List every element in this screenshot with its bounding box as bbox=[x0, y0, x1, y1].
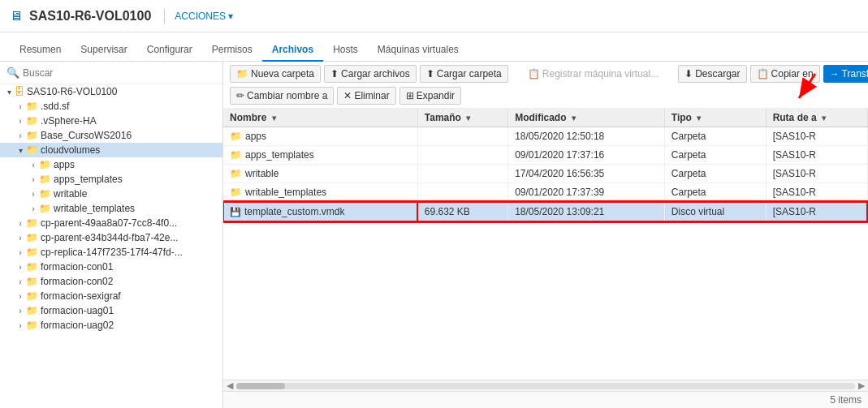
actions-menu[interactable]: ACCIONES ▾ bbox=[175, 11, 233, 22]
toolbar: 📁 Nueva carpeta ⬆ Cargar archivos ⬆ Carg… bbox=[223, 62, 868, 109]
file-type: Carpeta bbox=[664, 146, 766, 165]
rename-button[interactable]: ✏ Cambiar nombre a bbox=[230, 87, 334, 105]
tree-toggle[interactable]: › bbox=[15, 219, 26, 228]
tree-toggle[interactable]: › bbox=[28, 161, 39, 170]
table-row[interactable]: 📁writable_templates 09/01/2020 17:37:39 … bbox=[223, 183, 867, 203]
upload-files-button[interactable]: ⬆ Cargar archivos bbox=[324, 65, 417, 83]
tree-item-root[interactable]: ▾ 🗄 SAS10-R6-VOL0100 bbox=[0, 84, 222, 99]
tree-item-writable-templates[interactable]: › 📁 writable_templates bbox=[0, 201, 222, 216]
folder-icon: 📁 bbox=[26, 261, 38, 273]
download-button[interactable]: ⬇ Descargar bbox=[678, 65, 746, 83]
expand-button[interactable]: ⊞ Expandir bbox=[399, 87, 461, 105]
tree-item-cp3[interactable]: › 📁 cp-replica-147f7235-17f4-47fd-... bbox=[0, 245, 222, 260]
transfer-icon: → bbox=[830, 68, 840, 79]
file-path: [SAS10-R bbox=[766, 165, 867, 183]
file-name: 💾template_custom.vmdk bbox=[223, 202, 417, 221]
folder-icon: 📁 bbox=[26, 247, 38, 258]
table-header-row: Nombre ▾ Tamaño ▾ Modificado ▾ Tipo ▾ Ru… bbox=[223, 109, 867, 127]
col-tamano[interactable]: Tamaño ▾ bbox=[417, 109, 507, 127]
tree-toggle[interactable]: › bbox=[15, 307, 26, 316]
tree-toggle[interactable]: › bbox=[15, 321, 26, 330]
col-nombre[interactable]: Nombre ▾ bbox=[223, 109, 417, 127]
tree-toggle[interactable]: › bbox=[15, 248, 26, 257]
tree-toggle[interactable]: › bbox=[15, 292, 26, 301]
tab-supervisar[interactable]: Supervisar bbox=[71, 39, 136, 62]
transfer-to-button[interactable]: → Transferir a bbox=[823, 65, 868, 83]
tree-toggle[interactable]: › bbox=[28, 175, 39, 184]
tree-toggle-root[interactable]: ▾ bbox=[3, 88, 15, 97]
tree-toggle[interactable]: › bbox=[15, 102, 26, 111]
file-size bbox=[417, 165, 507, 183]
tree-toggle[interactable]: › bbox=[15, 234, 26, 243]
file-tree-sidebar: 🔍 ▾ 🗄 SAS10-R6-VOL0100 › 📁 .sdd.sf › 📁 .… bbox=[0, 62, 223, 408]
tree-label: apps_templates bbox=[54, 174, 123, 185]
tree-toggle[interactable]: › bbox=[15, 117, 26, 126]
tree-item-formacion-sexigraf[interactable]: › 📁 formacion-sexigraf bbox=[0, 289, 222, 303]
file-type: Carpeta bbox=[664, 127, 766, 146]
scroll-left-arrow[interactable]: ◀ bbox=[227, 380, 233, 391]
copy-icon: 📋 bbox=[757, 68, 769, 79]
col-modificado[interactable]: Modificado ▾ bbox=[508, 109, 665, 127]
scrollbar-track[interactable] bbox=[236, 383, 855, 389]
scrollbar-thumb[interactable] bbox=[236, 383, 285, 389]
tree-item-formacion-uag01[interactable]: › 📁 formacion-uag01 bbox=[0, 303, 222, 318]
file-table: Nombre ▾ Tamaño ▾ Modificado ▾ Tipo ▾ Ru… bbox=[223, 109, 868, 222]
tab-hosts[interactable]: Hosts bbox=[323, 39, 368, 62]
tree-item-writable[interactable]: › 📁 writable bbox=[0, 187, 222, 201]
new-folder-button[interactable]: 📁 Nueva carpeta bbox=[230, 65, 321, 83]
folder-icon: 📁 bbox=[39, 159, 51, 170]
tab-maquinas-virtuales[interactable]: Máquinas virtuales bbox=[368, 39, 469, 62]
tree-item-apps[interactable]: › 📁 apps bbox=[0, 157, 222, 172]
tree-item-formacion-con02[interactable]: › 📁 formacion-con02 bbox=[0, 274, 222, 289]
file-path: [SAS10-R bbox=[766, 127, 867, 146]
col-ruta[interactable]: Ruta de a ▾ bbox=[766, 109, 867, 127]
tab-archivos[interactable]: Archivos bbox=[262, 39, 323, 62]
tree-label: formacion-sexigraf bbox=[41, 290, 121, 302]
tree-label: apps bbox=[54, 159, 75, 170]
upload-folder-button[interactable]: ⬆ Cargar carpeta bbox=[420, 65, 508, 83]
tree-toggle[interactable]: › bbox=[28, 190, 39, 199]
tree-item-apps-templates[interactable]: › 📁 apps_templates bbox=[0, 172, 222, 187]
tree-toggle[interactable]: › bbox=[28, 204, 39, 213]
search-bar: 🔍 bbox=[0, 62, 222, 84]
tab-resumen[interactable]: Resumen bbox=[10, 39, 71, 62]
table-row[interactable]: 📁writable 17/04/2020 16:56:35 Carpeta [S… bbox=[223, 165, 867, 183]
search-input[interactable] bbox=[23, 67, 216, 79]
table-row-vmdk[interactable]: 💾template_custom.vmdk 69.632 KB 18/05/20… bbox=[223, 202, 867, 221]
horizontal-scrollbar[interactable]: ◀ ▶ bbox=[223, 380, 868, 391]
tab-configurar[interactable]: Configurar bbox=[137, 39, 202, 62]
tree-item-cp2[interactable]: › 📁 cp-parent-e34b344d-fba7-42e... bbox=[0, 230, 222, 245]
tree-item-base[interactable]: › 📁 Base_CursoWS2016 bbox=[0, 128, 222, 143]
file-modified: 17/04/2020 16:56:35 bbox=[508, 165, 665, 183]
tree-label: writable_templates bbox=[54, 203, 135, 214]
file-type: Disco virtual bbox=[664, 202, 766, 221]
delete-button[interactable]: ✕ Eliminar bbox=[337, 87, 395, 105]
folder-icon: 📁 bbox=[39, 174, 51, 185]
tree-toggle[interactable]: ▾ bbox=[15, 146, 26, 155]
folder-icon: 📁 bbox=[26, 101, 38, 112]
tree-label: cp-parent-e34b344d-fba7-42e... bbox=[41, 232, 178, 243]
scroll-right-arrow[interactable]: ▶ bbox=[858, 380, 865, 391]
file-path: [SAS10-R bbox=[766, 183, 867, 203]
col-tipo[interactable]: Tipo ▾ bbox=[664, 109, 766, 127]
tree-toggle[interactable]: › bbox=[15, 131, 26, 140]
folder-icon: 📁 bbox=[26, 276, 38, 287]
file-modified: 09/01/2020 17:37:39 bbox=[508, 183, 665, 203]
table-row[interactable]: 📁apps_templates 09/01/2020 17:37:16 Carp… bbox=[223, 146, 867, 165]
table-row[interactable]: 📁apps 18/05/2020 12:50:18 Carpeta [SAS10… bbox=[223, 127, 867, 146]
tree-label: formacion-uag01 bbox=[41, 305, 114, 316]
tab-permisos[interactable]: Permisos bbox=[202, 39, 262, 62]
tree-item-sdd[interactable]: › 📁 .sdd.sf bbox=[0, 99, 222, 114]
tree-item-vsphere[interactable]: › 📁 .vSphere-HA bbox=[0, 114, 222, 128]
app-header: 🖥 SAS10-R6-VOL0100 ACCIONES ▾ bbox=[0, 0, 868, 32]
tree-item-formacion-con01[interactable]: › 📁 formacion-con01 bbox=[0, 260, 222, 274]
tree-item-cp1[interactable]: › 📁 cp-parent-49aa8a07-7cc8-4f0... bbox=[0, 216, 222, 230]
page-title: SAS10-R6-VOL0100 bbox=[29, 9, 151, 24]
delete-icon: ✕ bbox=[343, 90, 352, 101]
copy-to-button[interactable]: 📋 Copiar en bbox=[750, 65, 820, 83]
tree-toggle[interactable]: › bbox=[15, 263, 26, 272]
table-footer: 5 items bbox=[223, 391, 868, 408]
tree-item-cloudvolumes[interactable]: ▾ 📁 cloudvolumes bbox=[0, 143, 222, 157]
tree-toggle[interactable]: › bbox=[15, 277, 26, 286]
tree-item-formacion-uag02[interactable]: › 📁 formacion-uag02 bbox=[0, 318, 222, 333]
